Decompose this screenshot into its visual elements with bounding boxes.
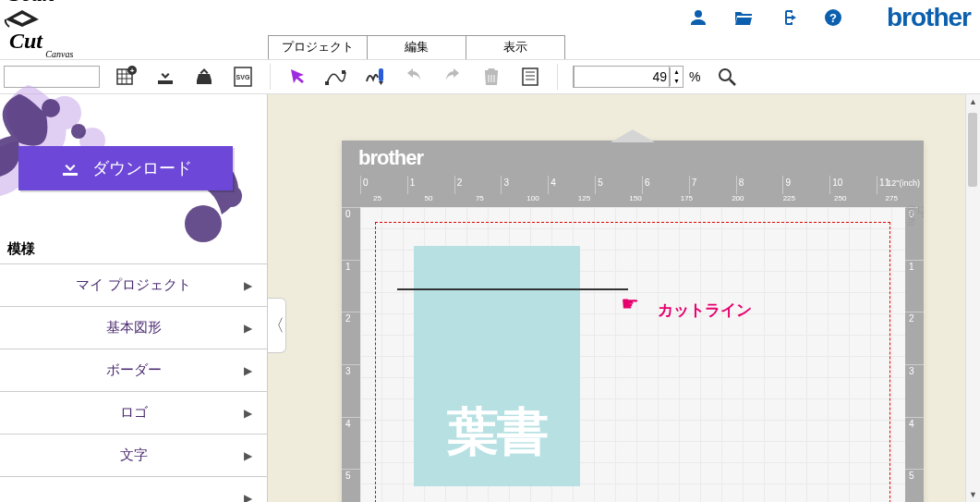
logo-text-right: Cut <box>9 29 42 53</box>
accordion-item-basicshapes[interactable]: 基本図形▶ <box>0 307 267 349</box>
canvas-area: 〈 brother 0 1 2 3 4 5 6 7 8 9 10 11 25 5… <box>268 94 980 502</box>
menu-tab-view[interactable]: 表示 <box>466 35 565 59</box>
mat-notch-icon <box>611 129 655 142</box>
svg-point-21 <box>720 69 731 80</box>
menu-row: プロジェクト 編集 表示 <box>0 35 980 59</box>
ruler-tick: 5 <box>909 471 914 481</box>
accordion-item-border[interactable]: ボーダー▶ <box>0 349 267 392</box>
undo-icon[interactable] <box>402 65 426 89</box>
scroll-up-icon[interactable]: ▲ <box>966 94 980 109</box>
logo-glyph-icon <box>4 6 41 29</box>
ruler-tick: 2 <box>909 313 914 324</box>
zoom-spinner: ▲ ▼ <box>670 67 683 86</box>
ruler-tick: 4 <box>345 419 351 429</box>
accordion-label: 基本図形 <box>106 319 162 337</box>
ruler-tick: 0 <box>345 209 351 219</box>
menu-tab-edit[interactable]: 編集 <box>367 35 466 59</box>
accordion-label: マイ プロジェクト <box>76 276 190 294</box>
select-arrow-icon[interactable] <box>285 65 309 89</box>
chevron-right-icon: ▶ <box>244 492 252 503</box>
ruler-tick: 2 <box>345 313 351 324</box>
zoom-down-icon[interactable]: ▼ <box>671 77 683 86</box>
upload-icon[interactable] <box>192 65 216 89</box>
ruler-tick: 5 <box>345 471 351 481</box>
svg-text:+: + <box>130 67 135 75</box>
download-icon[interactable] <box>153 65 177 89</box>
logout-icon[interactable] <box>780 8 798 27</box>
svg-rect-13 <box>379 68 383 81</box>
chevron-right-icon: ▶ <box>244 279 252 292</box>
svg-point-25 <box>42 99 60 117</box>
logo-text-left: Scan <box>9 0 54 6</box>
mat-grid[interactable]: 葉書 ☚ カットライン <box>360 207 905 502</box>
pointer-hand-icon: ☚ <box>621 292 639 316</box>
ruler-tick: 0 <box>363 178 369 188</box>
cut-line[interactable] <box>397 288 628 290</box>
ruler-horizontal-mm: 25 50 75 100 125 150 175 200 225 250 275 <box>342 194 924 207</box>
ruler-tick: 1 <box>410 178 416 188</box>
ruler-tick: 3 <box>345 366 351 376</box>
accordion-item-empty[interactable]: ▶ <box>0 477 267 502</box>
ruler-tick: 0 <box>909 209 914 219</box>
left-panel: ダウンロード 模様 マイ プロジェクト▶ 基本図形▶ ボーダー▶ ロゴ▶ 文字▶… <box>0 94 268 502</box>
chevron-right-icon: ▶ <box>244 364 252 377</box>
path-tool-icon[interactable] <box>324 65 348 89</box>
ruler-mm-tick: 150 <box>629 194 641 202</box>
trash-icon[interactable] <box>479 65 503 89</box>
ruler-tick: 5 <box>598 178 603 188</box>
chevron-right-icon: ▶ <box>244 407 252 420</box>
ruler-tick: 4 <box>909 419 914 429</box>
ruler-mm-tick: 100 <box>526 194 538 202</box>
accordion-label: ボーダー <box>106 361 162 379</box>
download-button[interactable]: ダウンロード <box>18 146 233 190</box>
zoom-control: ▲ ▼ <box>573 66 684 88</box>
zoom-input[interactable] <box>574 66 670 88</box>
ruler-mm-tick: 125 <box>578 194 590 202</box>
svg-point-26 <box>71 124 86 139</box>
accordion-label: ロゴ <box>120 404 148 422</box>
folder-open-icon[interactable] <box>733 8 754 27</box>
design-shape-postcard[interactable]: 葉書 <box>414 246 580 486</box>
ruler-tick: 3 <box>503 178 509 188</box>
menu-tab-project[interactable]: プロジェクト <box>268 35 368 59</box>
zoom-up-icon[interactable]: ▲ <box>671 67 683 77</box>
accordion-item-text[interactable]: 文字▶ <box>0 435 267 477</box>
ruler-tick: 4 <box>550 178 556 188</box>
user-icon[interactable] <box>689 8 708 27</box>
toolbar-divider <box>270 64 271 90</box>
svg-file-icon[interactable]: SVG <box>231 65 255 89</box>
ruler-tick: 3 <box>909 366 914 376</box>
svg-rect-17 <box>523 68 538 85</box>
chevron-right-icon: ▶ <box>244 322 252 335</box>
vertical-scrollbar[interactable]: ▲ ▼ <box>965 94 980 502</box>
top-icons: ? brother <box>689 3 971 32</box>
help-icon[interactable]: ? <box>824 8 842 27</box>
grid-new-icon[interactable]: + <box>115 65 139 89</box>
scroll-down-icon[interactable]: ▼ <box>966 487 980 502</box>
svg-text:?: ? <box>829 11 837 25</box>
shape-text: 葉書 <box>447 398 547 468</box>
draw-tool-icon[interactable] <box>363 65 387 89</box>
ruler-vertical-left: 0 1 2 3 4 5 <box>342 207 360 502</box>
scrollbar-thumb[interactable] <box>968 113 977 187</box>
ruler-vertical-right: 0 1 2 3 4 5 <box>905 207 924 502</box>
toolbar: + SVG ▲ ▼ % <box>0 59 980 94</box>
collapse-panel-button[interactable]: 〈 <box>268 298 286 353</box>
accordion-item-logo[interactable]: ロゴ▶ <box>0 392 267 435</box>
properties-icon[interactable] <box>518 65 542 89</box>
redo-icon[interactable] <box>441 65 465 89</box>
magnify-icon[interactable] <box>715 65 739 89</box>
accordion: マイ プロジェクト▶ 基本図形▶ ボーダー▶ ロゴ▶ 文字▶ ▶ <box>0 263 267 502</box>
accordion-item-myprojects[interactable]: マイ プロジェクト▶ <box>0 264 267 307</box>
main-area: ダウンロード 模様 マイ プロジェクト▶ 基本図形▶ ボーダー▶ ロゴ▶ 文字▶… <box>0 94 980 502</box>
ruler-mm-tick: 75 <box>476 194 484 202</box>
search-input[interactable] <box>4 66 100 88</box>
ruler-mm-tick: 225 <box>783 194 795 202</box>
toolbar-divider-2 <box>557 64 558 90</box>
section-title-patterns: 模様 <box>0 235 267 263</box>
ruler-mm-tick: 275 <box>886 194 898 202</box>
svg-rect-12 <box>342 70 345 74</box>
ruler-mm-tick: 50 <box>424 194 432 202</box>
mat-body: 0 1 2 3 4 5 葉書 ☚ カットライン 0 <box>342 207 924 502</box>
ruler-mm-tick: 200 <box>732 194 744 202</box>
